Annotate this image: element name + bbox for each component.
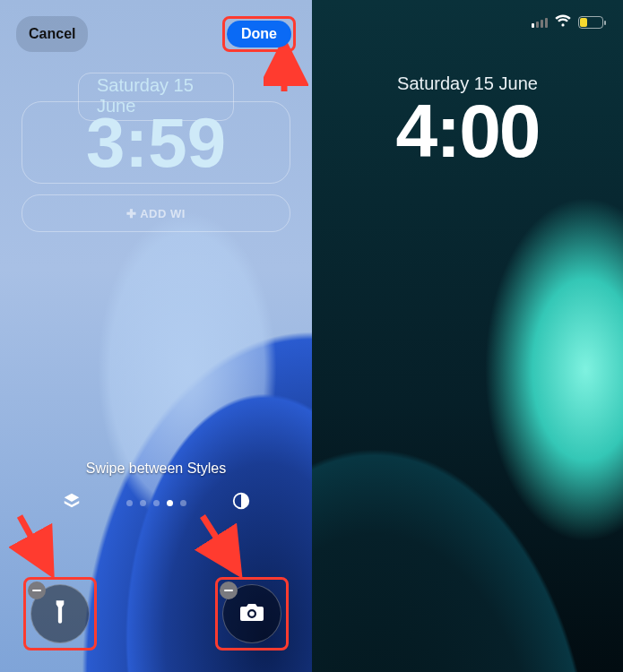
style-page-dots[interactable]	[126, 500, 186, 506]
flashlight-icon	[48, 599, 72, 629]
battery-icon	[578, 16, 603, 29]
cancel-button[interactable]: Cancel	[16, 16, 88, 52]
add-widgets-label: ✚ ADD WI	[126, 207, 186, 220]
add-widgets-button[interactable]: ✚ ADD WI	[22, 194, 290, 232]
status-bar	[532, 14, 603, 30]
battery-fill	[580, 18, 587, 27]
done-button[interactable]: Done	[227, 21, 291, 47]
camera-icon	[238, 601, 265, 626]
editor-topbar: Cancel Done	[0, 16, 312, 52]
swipe-styles-label: Swipe between Styles	[0, 461, 312, 477]
done-highlight-annotation: Done	[222, 16, 296, 52]
layers-icon[interactable]	[62, 491, 82, 514]
remove-badge-icon[interactable]	[28, 582, 46, 599]
clock-text: 3:59	[86, 108, 226, 177]
flashlight-highlight-annotation	[23, 577, 97, 650]
flashlight-quick-action[interactable]	[30, 584, 90, 643]
contrast-icon[interactable]	[231, 491, 251, 514]
lockscreen-live-pane: Saturday 15 June 4:00	[312, 0, 623, 672]
arrow-annotation-flashlight	[7, 511, 70, 582]
wifi-icon	[555, 14, 571, 30]
camera-quick-action[interactable]	[222, 584, 281, 643]
style-controls-row	[0, 491, 312, 514]
clock-widget[interactable]: 3:59	[22, 101, 290, 184]
remove-badge-icon[interactable]	[220, 582, 238, 599]
camera-highlight-annotation	[215, 577, 289, 650]
arrow-annotation-camera	[186, 511, 258, 582]
cellular-icon	[532, 17, 548, 28]
quick-actions-row	[0, 577, 312, 650]
lockscreen-edit-pane: Cancel Done Saturday 15 June 3:59 ✚ ADD …	[0, 0, 312, 672]
clock-text: 4:00	[312, 93, 623, 168]
date-text: Saturday 15 June	[312, 73, 623, 94]
